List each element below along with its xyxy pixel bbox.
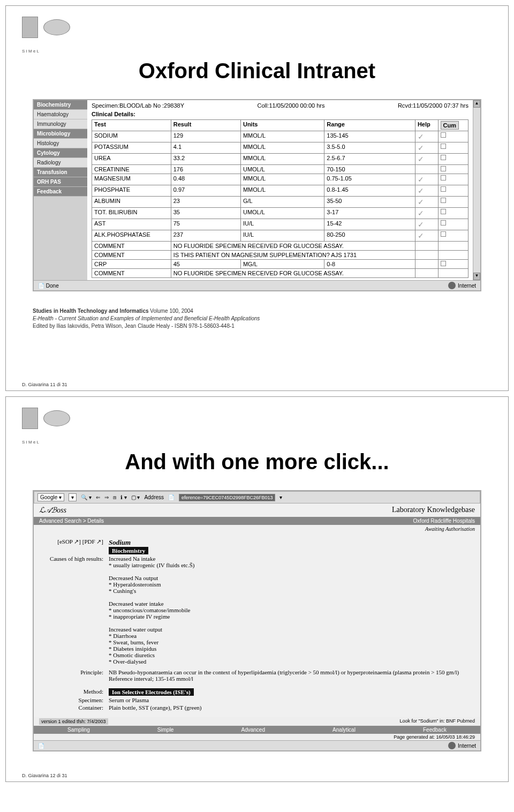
tab-advanced[interactable]: Advanced bbox=[241, 727, 265, 733]
causes-line: Increased water output bbox=[109, 626, 464, 633]
sidebar-item-cytology[interactable]: Cytology bbox=[34, 148, 87, 158]
check-icon[interactable]: ✓ bbox=[418, 175, 424, 184]
cell-cum[interactable] bbox=[438, 260, 468, 269]
cell-result: 237 bbox=[171, 230, 240, 242]
cell-result: 35 bbox=[171, 208, 240, 219]
checkbox[interactable] bbox=[441, 220, 446, 225]
sidebar-item-immunology[interactable]: Immunology bbox=[34, 119, 87, 129]
cell-help[interactable]: ✓ bbox=[415, 208, 438, 219]
address-input[interactable]: eference=79CEC0745D2998FBC26FB013 bbox=[179, 494, 275, 501]
cell-help[interactable]: ✓ bbox=[415, 131, 438, 142]
check-icon[interactable]: ✓ bbox=[418, 132, 424, 141]
check-icon[interactable]: ✓ bbox=[418, 155, 424, 163]
tab-analytical[interactable]: Analytical bbox=[332, 727, 356, 733]
cell-cum[interactable] bbox=[438, 174, 468, 185]
search-icon[interactable]: 🔍 ▾ bbox=[81, 494, 92, 500]
cell-cum[interactable] bbox=[438, 185, 468, 197]
cell-help[interactable] bbox=[415, 260, 438, 269]
tab-sampling[interactable]: Sampling bbox=[67, 727, 90, 733]
scroll-down-icon[interactable]: ▼ bbox=[473, 273, 480, 280]
info-icon[interactable]: ℹ ▾ bbox=[120, 494, 127, 500]
sidebar-item-transfusion[interactable]: Transfusion bbox=[34, 168, 87, 177]
forward-icon[interactable]: ⇒ bbox=[104, 494, 109, 500]
tab-simple[interactable]: Simple bbox=[157, 727, 174, 733]
cell-range: 2.5-6.7 bbox=[324, 154, 415, 165]
checkbox[interactable] bbox=[441, 186, 446, 192]
checkbox[interactable] bbox=[441, 209, 446, 214]
scrollbar[interactable]: ▲ ▼ bbox=[473, 100, 480, 280]
cell-units: IU/L bbox=[240, 219, 324, 230]
google-toolbar-select[interactable]: Google ▾ bbox=[37, 493, 64, 501]
container-label: Container: bbox=[50, 704, 109, 711]
check-icon[interactable]: ✓ bbox=[418, 220, 424, 229]
box-icon[interactable]: ▢ ▾ bbox=[131, 494, 140, 500]
cell-help[interactable]: ✓ bbox=[415, 174, 438, 185]
cell-help[interactable] bbox=[415, 165, 438, 174]
scroll-up-icon[interactable]: ▲ bbox=[473, 100, 480, 108]
breadcrumb-bar: Advanced Search > Details Oxford Radclif… bbox=[34, 517, 480, 525]
cell-help[interactable]: ✓ bbox=[415, 142, 438, 154]
causes-line: * Osmotic diuretics bbox=[109, 652, 464, 658]
checkbox[interactable] bbox=[441, 155, 446, 160]
cell-cum[interactable] bbox=[438, 230, 468, 242]
cell-result: 129 bbox=[171, 131, 240, 142]
table-row: ALK.PHOSPHATASE237IU/L80-250✓ bbox=[92, 230, 468, 242]
address-dropdown-icon[interactable]: ▾ bbox=[279, 494, 282, 500]
cell-cum[interactable] bbox=[438, 154, 468, 165]
cell-test: COMMENT bbox=[92, 269, 171, 278]
sidebar-item-biochemistry[interactable]: Biochemistry bbox=[34, 100, 87, 110]
cell-help[interactable]: ✓ bbox=[415, 219, 438, 230]
cell-units: IU/L bbox=[240, 230, 324, 242]
cell-test: CREATININE bbox=[92, 165, 171, 174]
tab-feedback[interactable]: Feedback bbox=[423, 727, 447, 733]
th-units: Units bbox=[240, 120, 324, 131]
checkbox[interactable] bbox=[441, 166, 446, 171]
address-label: Address bbox=[144, 494, 164, 500]
cell-cum[interactable] bbox=[438, 165, 468, 174]
check-icon[interactable]: ✓ bbox=[418, 198, 424, 206]
cell-cum[interactable] bbox=[438, 131, 468, 142]
stamp-icon[interactable]: ⧆ bbox=[113, 494, 116, 501]
sidebar-item-microbiology[interactable]: Microbiology bbox=[34, 129, 87, 139]
cell-range: 80-250 bbox=[324, 230, 415, 242]
sidebar-item-haematology[interactable]: Haematology bbox=[34, 110, 87, 119]
cell-cum[interactable] bbox=[438, 208, 468, 219]
cell-test: COMMENT bbox=[92, 251, 171, 260]
cell-test: TOT. BILIRUBIN bbox=[92, 208, 171, 219]
check-icon[interactable]: ✓ bbox=[418, 186, 424, 195]
check-icon[interactable]: ✓ bbox=[418, 231, 424, 240]
cell-cum[interactable] bbox=[438, 219, 468, 230]
checkbox[interactable] bbox=[441, 175, 446, 181]
cell-units: MMOL/L bbox=[240, 142, 324, 154]
checkbox[interactable] bbox=[441, 231, 446, 237]
cell-cum[interactable] bbox=[438, 197, 468, 208]
look-for-links[interactable]: Look for "Sodium" in: BNF Pubmed bbox=[400, 718, 475, 725]
esop-pdf-links[interactable]: [eSOP ↗] [PDF ↗] bbox=[50, 538, 109, 554]
sidebar-item-radiology[interactable]: Radiology bbox=[34, 158, 87, 168]
cell-help[interactable]: ✓ bbox=[415, 154, 438, 165]
cell-range: 70-150 bbox=[324, 165, 415, 174]
breadcrumb[interactable]: Advanced Search > Details bbox=[39, 518, 104, 524]
checkbox[interactable] bbox=[441, 132, 446, 138]
checkbox[interactable] bbox=[441, 261, 446, 266]
sidebar-item-histology[interactable]: Histology bbox=[34, 139, 87, 148]
slide-1: S I M e L Oxford Clinical Intranet Bioch… bbox=[5, 5, 509, 391]
checkbox[interactable] bbox=[441, 144, 446, 149]
sidebar-item-feedback[interactable]: Feedback bbox=[34, 187, 87, 197]
check-icon[interactable]: ✓ bbox=[418, 144, 424, 152]
cell-help[interactable]: ✓ bbox=[415, 185, 438, 197]
causes-text: Increased Na intake* usually iatrogenic … bbox=[109, 555, 464, 665]
cell-cum[interactable] bbox=[438, 142, 468, 154]
sidebar-item-orh-pas[interactable]: ORH PAS bbox=[34, 177, 87, 187]
globe-logo-icon bbox=[43, 19, 70, 35]
globe-logo-icon bbox=[43, 410, 70, 426]
hospital-badge: Oxford Radcliffe Hospitals bbox=[413, 518, 475, 524]
causes-line: Decreased water intake bbox=[109, 600, 464, 607]
toolbar-dropdown[interactable]: ▾ bbox=[69, 493, 77, 501]
check-icon[interactable]: ✓ bbox=[418, 209, 424, 217]
checkbox[interactable] bbox=[441, 198, 446, 203]
laboss-logo: ℒ𝒜ℬoss bbox=[39, 506, 66, 515]
back-icon[interactable]: ⇐ bbox=[96, 494, 100, 500]
cell-help[interactable]: ✓ bbox=[415, 197, 438, 208]
cell-help[interactable]: ✓ bbox=[415, 230, 438, 242]
